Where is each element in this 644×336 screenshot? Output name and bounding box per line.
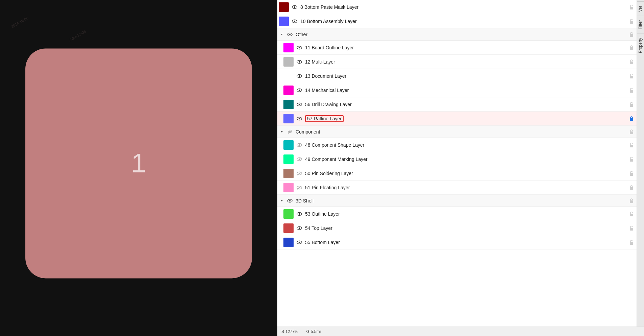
layer-lock-component-marking[interactable] bbox=[628, 155, 635, 163]
svg-rect-57 bbox=[630, 228, 633, 231]
layer-label-bottom-layer: 55 Bottom Layer bbox=[305, 240, 628, 245]
layer-swatch-ratline bbox=[283, 114, 294, 123]
layer-row-component-shape[interactable]: 48 Component Shape Layer bbox=[277, 138, 637, 152]
layer-row-component-marking[interactable]: 49 Component Marking Layer bbox=[277, 152, 637, 166]
layer-lock-top-layer[interactable] bbox=[628, 224, 635, 232]
group-row-other-group[interactable]: Other bbox=[277, 28, 637, 41]
layer-row-bottom-assembly[interactable]: 10 Bottom Assembly Layer bbox=[277, 14, 637, 28]
group-lock-icon[interactable] bbox=[628, 31, 635, 38]
svg-rect-5 bbox=[630, 21, 633, 24]
layer-swatch-bottom-assembly bbox=[279, 17, 289, 26]
layer-lock-bottom-assembly[interactable] bbox=[628, 18, 635, 25]
layer-label-component-shape: 48 Component Shape Layer bbox=[305, 142, 628, 148]
layer-eye-drill-drawing[interactable] bbox=[296, 101, 303, 108]
layer-row-top-layer[interactable]: 54 Top Layer bbox=[277, 221, 637, 235]
svg-rect-21 bbox=[630, 90, 633, 93]
layer-label-wrapper-ratline: 57 Ratline Layer bbox=[305, 115, 628, 122]
layers-panel[interactable]: 8 Bottom Paste Mask Layer 10 Bottom Asse… bbox=[277, 0, 637, 336]
layer-label-pin-soldering: 50 Pin Soldering Layer bbox=[305, 171, 628, 176]
group-eye-icon[interactable] bbox=[286, 197, 294, 205]
group-lock-icon[interactable] bbox=[628, 128, 635, 136]
layer-lock-drill-drawing[interactable] bbox=[628, 101, 635, 108]
pcb-number: 1 bbox=[131, 148, 146, 179]
ver-tab[interactable]: Ver bbox=[637, 1, 644, 16]
layer-lock-bottom-paste-mask[interactable] bbox=[628, 3, 635, 11]
layer-eye-ratline[interactable] bbox=[296, 115, 303, 122]
layer-lock-outline-layer[interactable] bbox=[628, 210, 635, 218]
svg-rect-51 bbox=[630, 200, 633, 203]
layer-eye-mechanical-layer[interactable] bbox=[296, 87, 303, 94]
group-arrow-icon bbox=[279, 198, 285, 204]
layer-row-bottom-paste-mask[interactable]: 8 Bottom Paste Mask Layer bbox=[277, 0, 637, 14]
group-eye-icon[interactable] bbox=[286, 31, 294, 38]
status-bar: S 1277% G 5.5mil bbox=[277, 327, 644, 336]
layer-eye-pin-soldering[interactable] bbox=[296, 170, 303, 177]
layer-eye-component-shape[interactable] bbox=[296, 141, 303, 149]
layer-eye-board-outline[interactable] bbox=[296, 44, 303, 51]
svg-rect-9 bbox=[630, 34, 633, 37]
layer-eye-top-layer[interactable] bbox=[296, 224, 303, 232]
group-row-3d-shell-group[interactable]: 3D Shell bbox=[277, 195, 637, 207]
group-row-component-group[interactable]: Component bbox=[277, 126, 637, 138]
svg-point-8 bbox=[289, 33, 291, 35]
layer-lock-pin-floating[interactable] bbox=[628, 184, 635, 191]
layer-row-multi-layer[interactable]: 12 Multi-Layer bbox=[277, 55, 637, 69]
layer-swatch-outline-layer bbox=[283, 209, 294, 219]
layer-lock-document-layer[interactable] bbox=[628, 72, 635, 80]
layer-label-board-outline: 11 Board Outline Layer bbox=[305, 45, 628, 50]
layer-lock-bottom-layer[interactable] bbox=[628, 239, 635, 246]
layer-eye-component-marking[interactable] bbox=[296, 155, 303, 163]
filter-tab[interactable]: Filter bbox=[637, 16, 644, 33]
layer-row-board-outline[interactable]: 11 Board Outline Layer bbox=[277, 41, 637, 55]
layer-lock-ratline[interactable] bbox=[628, 115, 635, 122]
layer-lock-board-outline[interactable] bbox=[628, 44, 635, 51]
layer-row-document-layer[interactable]: 13 Document Layer bbox=[277, 69, 637, 83]
canvas-area: 2024-12-05 2024-12-05 2024-12-05 2024-12… bbox=[0, 0, 277, 336]
svg-rect-39 bbox=[630, 159, 633, 162]
layer-label-multi-layer: 12 Multi-Layer bbox=[305, 59, 628, 65]
svg-point-4 bbox=[294, 20, 296, 22]
layer-eye-bottom-layer[interactable] bbox=[296, 239, 303, 246]
layer-lock-pin-soldering[interactable] bbox=[628, 170, 635, 177]
group-eye-icon[interactable] bbox=[286, 128, 294, 136]
layer-row-bottom-layer[interactable]: 55 Bottom Layer bbox=[277, 235, 637, 249]
layer-swatch-pin-soldering bbox=[283, 169, 294, 178]
layer-lock-multi-layer[interactable] bbox=[628, 58, 635, 66]
svg-marker-6 bbox=[281, 34, 283, 35]
layer-eye-pin-floating[interactable] bbox=[296, 184, 303, 191]
svg-rect-54 bbox=[630, 214, 633, 216]
group-label-component-group: Component bbox=[296, 129, 628, 135]
layer-row-pin-floating[interactable]: 51 Pin Floating Layer bbox=[277, 181, 637, 195]
layer-row-ratline[interactable]: 57 Ratline Layer bbox=[277, 112, 637, 126]
layer-swatch-mechanical-layer bbox=[283, 86, 294, 95]
layer-swatch-empty-document-layer bbox=[283, 71, 294, 81]
layer-eye-bottom-assembly[interactable] bbox=[291, 18, 298, 25]
layer-row-pin-soldering[interactable]: 50 Pin Soldering Layer bbox=[277, 166, 637, 181]
layer-label-pin-floating: 51 Pin Floating Layer bbox=[305, 185, 628, 190]
layer-label-mechanical-layer: 14 Mechanical Layer bbox=[305, 88, 628, 93]
group-lock-icon[interactable] bbox=[628, 197, 635, 205]
layer-eye-outline-layer[interactable] bbox=[296, 210, 303, 218]
layer-eye-document-layer[interactable] bbox=[296, 72, 303, 80]
layer-label-document-layer: 13 Document Layer bbox=[305, 73, 628, 79]
layer-swatch-drill-drawing bbox=[283, 100, 294, 109]
svg-point-11 bbox=[299, 47, 300, 48]
layer-swatch-top-layer bbox=[283, 223, 294, 233]
layer-row-drill-drawing[interactable]: 56 Drill Drawing Layer bbox=[277, 97, 637, 112]
svg-rect-43 bbox=[630, 173, 633, 176]
watermark-2: 2024-12-05 bbox=[68, 29, 87, 43]
layer-lock-component-shape[interactable] bbox=[628, 141, 635, 149]
layer-row-mechanical-layer[interactable]: 14 Mechanical Layer bbox=[277, 83, 637, 97]
grid-label: G bbox=[306, 329, 309, 334]
svg-rect-31 bbox=[630, 131, 633, 134]
layer-eye-bottom-paste-mask[interactable] bbox=[291, 3, 298, 11]
property-tab[interactable]: Property bbox=[637, 33, 644, 57]
svg-rect-60 bbox=[630, 242, 633, 245]
svg-point-23 bbox=[299, 103, 300, 105]
svg-rect-24 bbox=[630, 104, 633, 107]
layer-lock-mechanical-layer[interactable] bbox=[628, 87, 635, 94]
layer-eye-multi-layer[interactable] bbox=[296, 58, 303, 66]
pcb-board: 1 bbox=[25, 48, 252, 278]
layer-row-outline-layer[interactable]: 53 Outline Layer bbox=[277, 207, 637, 221]
svg-rect-27 bbox=[630, 118, 633, 121]
